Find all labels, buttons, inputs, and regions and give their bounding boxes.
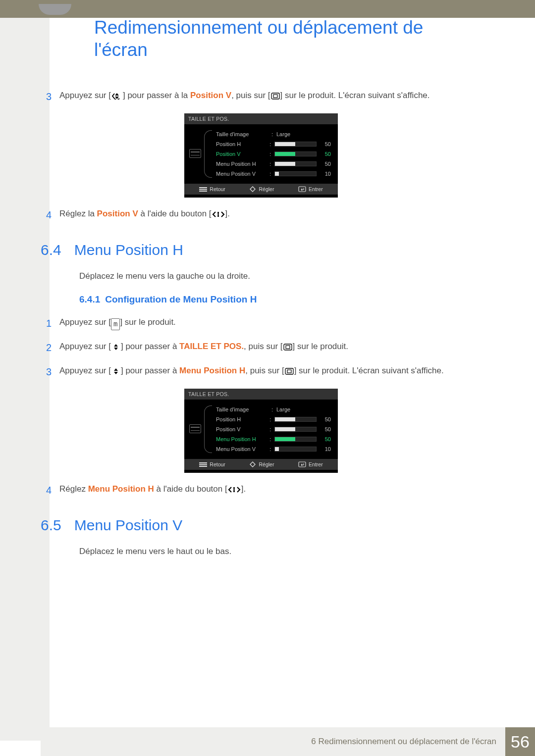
svg-rect-9 — [287, 370, 291, 373]
osd-bracket — [204, 130, 212, 178]
step-body: Appuyez sur [] pour passer à la Position… — [59, 89, 482, 104]
highlight: Menu Position H — [179, 366, 245, 375]
step-b2: 2 Appuyez sur [] pour passer à TAILLE ET… — [41, 340, 482, 355]
text: , puis sur [ — [245, 366, 284, 375]
step-number: 2 — [41, 340, 52, 355]
text: ]. — [225, 209, 230, 218]
osd-row-label: Position V — [216, 151, 268, 157]
osd-foot-back: Retour — [199, 186, 225, 192]
menu-icon — [199, 187, 207, 192]
section-number: 6.5 — [41, 517, 61, 534]
diamond-icon — [249, 461, 256, 467]
content-area: 3 Appuyez sur [] pour passer à la Positi… — [41, 89, 482, 569]
text: à l'aide du bouton [ — [154, 484, 227, 494]
osd-row-label: Menu Position H — [216, 161, 268, 167]
osd-row: Position H:50 — [216, 414, 331, 424]
step-number: 3 — [41, 89, 52, 104]
enter-icon — [283, 344, 293, 351]
osd-rows: Taille d'image:LargePosition H:50Positio… — [208, 404, 331, 454]
section-64-heading: 6.4 Menu Position H — [41, 242, 482, 258]
colon: : — [269, 141, 272, 147]
osd-footer: Retour Régler Entrer — [184, 184, 338, 195]
section-title: Menu Position H — [74, 242, 183, 258]
osd-body: Taille d'image:LargePosition H:50Positio… — [184, 400, 338, 459]
text: Réglez la — [59, 209, 97, 218]
section-64-desc: Déplacez le menu vers la gauche ou la dr… — [79, 271, 482, 281]
page-number: 56 — [505, 727, 535, 756]
label: Retour — [210, 186, 225, 192]
osd-slider — [274, 437, 317, 442]
osd-foot-adjust: Régler — [249, 186, 274, 192]
step-body: Appuyez sur [m] sur le produit. — [59, 316, 482, 331]
footer-text: 6 Redimensionnement ou déplacement de l'… — [311, 737, 496, 747]
step-number: 1 — [41, 316, 52, 331]
step-b4: 4 Réglez Menu Position H à l'aide du bou… — [41, 483, 482, 498]
osd-category-icon — [189, 424, 201, 433]
diamond-icon — [249, 186, 256, 192]
up-down-icon — [111, 344, 121, 351]
step-a4: 4 Réglez la Position V à l'aide du bouto… — [41, 207, 482, 223]
osd-panel-1: TAILLE ET POS. Taille d'image:LargePosit… — [184, 113, 338, 198]
text: ] sur le produit. — [293, 342, 348, 351]
osd-body: Taille d'image:LargePosition H:50Positio… — [184, 124, 338, 184]
subsection-641-heading: 6.4.1Configuration de Menu Position H — [79, 294, 482, 305]
svg-rect-11 — [199, 464, 207, 465]
text: Appuyez sur [ — [59, 366, 111, 375]
svg-rect-8 — [285, 368, 293, 374]
step-b3: 3 Appuyez sur [] pour passer à Menu Posi… — [41, 364, 482, 380]
osd-slider — [274, 171, 317, 176]
osd-row: Taille d'image:Large — [216, 129, 331, 139]
step-number: 4 — [41, 207, 52, 223]
colon: : — [271, 131, 274, 137]
osd-foot-enter: Entrer — [298, 461, 323, 467]
osd-slider — [274, 427, 317, 432]
osd-row: Menu Position V:10 — [216, 444, 331, 454]
osd-foot-adjust: Régler — [249, 461, 274, 467]
colon: : — [269, 416, 272, 422]
top-bar — [0, 0, 535, 18]
colon: : — [269, 426, 272, 432]
section-number: 6.4 — [41, 242, 61, 258]
enter-key-icon — [298, 186, 306, 192]
svg-rect-7 — [286, 346, 290, 349]
text: Appuyez sur [ — [59, 317, 111, 327]
step-body: Appuyez sur [] pour passer à Menu Positi… — [59, 364, 482, 380]
osd-row: Position H:50 — [216, 139, 331, 149]
highlight: Menu Position H — [88, 484, 154, 494]
svg-rect-10 — [199, 462, 207, 463]
text: ]. — [241, 484, 246, 494]
svg-rect-12 — [199, 466, 207, 467]
text: à l'aide du bouton [ — [138, 209, 212, 218]
svg-rect-5 — [299, 187, 306, 192]
osd-row-value: Large — [276, 406, 299, 412]
osd-row-value: Large — [276, 131, 299, 137]
osd-row-label: Taille d'image — [216, 406, 269, 412]
step-number: 4 — [41, 483, 52, 498]
step-body: Réglez Menu Position H à l'aide du bouto… — [59, 483, 482, 498]
osd-slider-value: 50 — [319, 416, 331, 422]
osd-row-label: Menu Position V — [216, 446, 268, 452]
step-a3: 3 Appuyez sur [] pour passer à la Positi… — [41, 89, 482, 104]
text: Appuyez sur [ — [59, 91, 111, 100]
osd-row-label: Menu Position V — [216, 171, 268, 177]
text: ] sur le produit. — [120, 317, 175, 327]
osd-panel-1-wrap: TAILLE ET POS. Taille d'image:LargePosit… — [41, 113, 482, 198]
subsection-number: 6.4.1 — [79, 294, 100, 304]
enter-icon — [270, 93, 280, 100]
menu-key-icon: m — [111, 318, 120, 330]
colon: : — [269, 436, 272, 442]
colon: : — [271, 406, 274, 412]
colon: : — [269, 446, 272, 452]
page-footer: 6 Redimensionnement ou déplacement de l'… — [41, 727, 535, 756]
osd-footer: Retour Régler Entrer — [184, 459, 338, 470]
colon: : — [269, 151, 272, 157]
text: Réglez — [59, 484, 88, 494]
step-body: Réglez la Position V à l'aide du bouton … — [59, 207, 482, 223]
label: Retour — [210, 461, 225, 467]
highlight: TAILLE ET POS. — [179, 342, 244, 351]
colon: : — [269, 171, 272, 177]
step-body: Appuyez sur [] pour passer à TAILLE ET P… — [59, 340, 482, 355]
step-number: 3 — [41, 364, 52, 380]
osd-foot-enter: Entrer — [298, 186, 323, 192]
osd-slider — [274, 447, 317, 452]
